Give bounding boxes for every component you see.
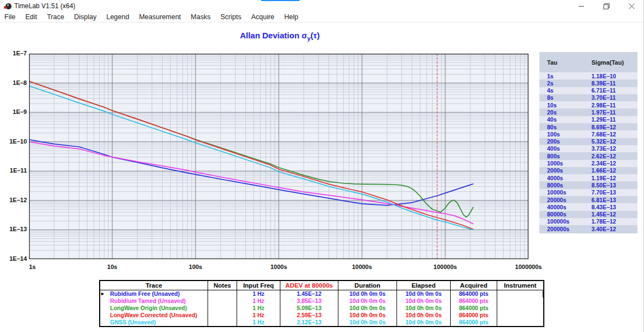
sigma-tau-value: 2s [547,80,554,87]
sigma-row-1000s: 1000s2.34E–12 [539,160,637,167]
sigma-sigma-value: 3.70E–11 [591,94,616,101]
sigma-row-40000s: 40000s8.43E–13 [539,203,637,210]
trace-cell-input_freq: 1 Hz [237,312,280,319]
trace-cell-input_freq: 1 Hz [237,297,280,305]
plot-canvas[interactable] [29,54,528,259]
timelab-window: { "window": { "title": "TimeLab V1.51 (x… [0,0,644,332]
menu-item-trace[interactable]: Trace [42,12,70,22]
minimize-button[interactable] [568,0,594,12]
sigma-row-10s: 10s2.98E–11 [539,101,637,108]
sigma-tau-value: 8000s [547,182,563,188]
trace-cell-adev: 5.09E–13 [280,305,338,312]
sigma-tau-value: 2000s [547,167,563,174]
trace-cell-duration: 10d 0h 0m 0s [338,297,397,305]
trace-cell-input_freq: 1 Hz [237,305,280,312]
menu-item-scripts[interactable]: Scripts [215,12,246,22]
sigma-sigma-value: 1.78E–12 [591,218,616,225]
sigma-row-8s: 8s3.70E–11 [539,94,637,101]
trace-cell-elapsed: 10d 0h 0m 0s [397,290,451,297]
x-tick-label: 10000s [352,264,372,270]
trace-table-header-notes: Notes [208,281,237,290]
trace-cell-instrument [497,319,543,326]
sigma-panel-header: Tau Sigma(Tau) [539,52,637,72]
sigma-row-2s: 2s8.39E–11 [539,79,637,87]
sigma-tau-value: 100s [547,131,560,138]
sigma-tau-value: 4s [547,87,554,94]
trace-cell-trace: Rubidium Free (Unsaved) [100,290,208,297]
sigma-row-2000s: 2000s1.66E–12 [539,167,637,174]
sigma-sigma-value: 1.97E–11 [591,109,616,116]
x-tick-label: 1000000s [515,264,542,270]
trace-row-rubidium[interactable]: Rubidium Free (Unsaved)1 Hz1.45E–1210d 0… [100,290,543,297]
sigma-tau-value: 80s [547,124,557,130]
sigma-row-80s: 80s8.69E–12 [539,123,637,130]
menu-item-display[interactable]: Display [69,12,101,22]
sigma-row-100s: 100s7.68E–12 [539,130,637,138]
menu-item-edit[interactable]: Edit [20,12,42,22]
allan-deviation-plot[interactable] [29,54,528,259]
sigma-sigma-value: 2.34E–12 [591,160,616,167]
sigma-sigma-value: 1.29E–11 [591,116,616,123]
close-button[interactable] [619,0,644,12]
menu-item-measurement[interactable]: Measurement [134,12,186,22]
y-tick-label: 1E–14 [3,255,27,262]
trace-cell-duration: 10d 0h 0m 0s [338,312,397,319]
menu-item-legend[interactable]: Legend [101,12,134,22]
trace-cell-instrument [497,305,543,312]
sigma-row-200s: 200s5.32E–12 [539,138,637,145]
trace-row-longwave[interactable]: LongWave Corrected (Unsaved)1 Hz2.59E–13… [100,312,543,319]
y-tick-label: 1E–13 [3,226,27,232]
sigma-tau-value: 40000s [547,204,566,210]
sigma-tau-value: 800s [547,153,560,159]
restore-button[interactable] [594,0,619,12]
sigma-tau-value: 40s [547,116,557,123]
y-tick-label: 1E–12 [3,197,27,203]
trace-cell-notes [208,312,237,319]
menu-item-masks[interactable]: Masks [186,12,215,22]
trace-cell-instrument [497,312,543,319]
trace-table-header-adev: ADEV at 80000s [280,281,338,290]
trace-cell-notes [208,297,237,305]
trace-cell-trace: LongWave Corrected (Unsaved) [100,312,208,319]
sigma-sigma-value: 6.81E–13 [591,197,616,203]
sigma-tau-value: 1000s [547,160,563,167]
menu-item-file[interactable]: File [4,12,20,22]
menu-item-acquire[interactable]: Acquire [246,12,279,22]
sigma-sigma-value: 8.39E–11 [591,80,616,87]
trace-cell-duration: 10d 0h 0m 0s [338,290,397,297]
sigma-sigma-value: 3.73E–12 [591,145,616,152]
sigma-tau-value: 8s [547,94,554,101]
trace-cell-acquired: 864000 pts [451,305,497,312]
sigma-row-80000s: 80000s1.45E–12 [539,211,637,218]
sigma-tau-value: 20000s [547,197,566,203]
sigma-header-tau: Tau [547,59,557,66]
sigma-tau-value: 200000s [547,226,570,232]
trace-cell-elapsed: 10d 0h 0m 0s [397,319,451,326]
trace-cell-acquired: 864000 pts [451,312,497,319]
sigma-row-4s: 4s6.71E–11 [539,87,637,94]
y-tick-label: 1E–10 [3,138,27,145]
trace-row-rubidium[interactable]: Rubidium Tamed (Unsaved)1 Hz3.85E–1310d … [100,297,543,305]
y-tick-label: 1E–8 [3,79,27,86]
sigma-tau-value: 400s [547,145,560,152]
trace-cell-trace: Rubidium Tamed (Unsaved) [100,297,208,305]
sigma-tau-value: 10s [547,102,557,108]
menu-item-help[interactable]: Help [279,12,303,22]
sigma-row-10000s: 10000s7.70E–13 [539,189,637,196]
sigma-row-800s: 800s2.62E–12 [539,152,637,159]
sigma-tau-value: 80000s [547,211,566,217]
trace-row-longwave[interactable]: LongWave Origin (Unsaved)1 Hz5.09E–1310d… [100,305,543,312]
sigma-sigma-value: 7.70E–13 [591,189,616,196]
x-tick-label: 1000s [271,264,288,270]
sigma-sigma-value: 8.50E–13 [591,182,616,188]
sigma-tau-panel: Tau Sigma(Tau) 1s1.18E–102s8.39E–114s6.7… [539,52,637,233]
sigma-row-8000s: 8000s8.50E–13 [539,181,637,188]
sigma-row-1s: 1s1.18E–10 [539,72,637,79]
trace-cell-trace: GNSS (Unsaved) [100,319,208,326]
restore-icon [603,3,610,9]
trace-cell-duration: 10d 0h 0m 0s [338,305,397,312]
trace-cell-elapsed: 10d 0h 0m 0s [397,297,451,305]
trace-cell-elapsed: 10d 0h 0m 0s [397,305,451,312]
trace-row-gnss[interactable]: GNSS (Unsaved)1 Hz2.12E–1310d 0h 0m 0s10… [100,319,543,326]
top-edge-artifact [261,0,300,1]
